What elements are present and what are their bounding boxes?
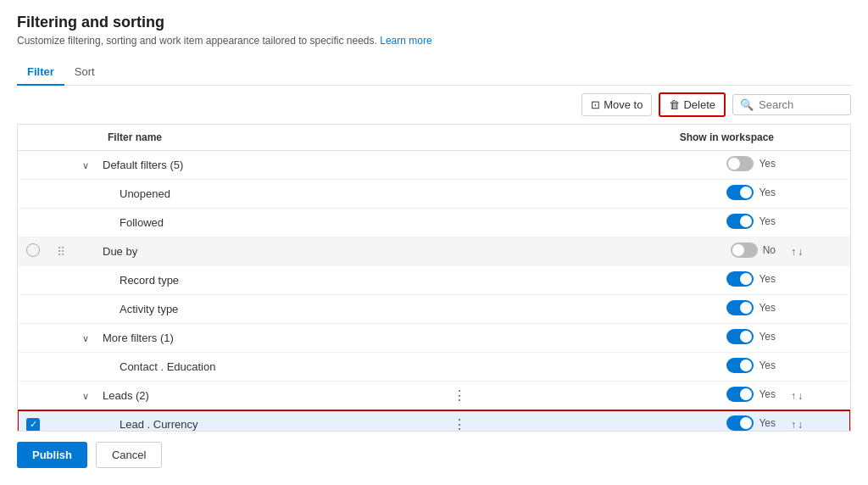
row-chevron-icon[interactable]: ∨: [82, 160, 89, 170]
row-dots-menu[interactable]: ⋮: [453, 417, 466, 432]
row-toggle[interactable]: No: [731, 242, 776, 258]
sort-down-icon[interactable]: ↓: [798, 390, 803, 402]
delete-button[interactable]: 🗑 Delete: [659, 92, 726, 117]
table-row: ∨Leads (2)⋮Yes↑↓: [18, 382, 850, 410]
row-toggle[interactable]: Yes: [726, 358, 776, 373]
toggle-switch[interactable]: [726, 329, 754, 344]
page-container: Filtering and sorting Customize filterin…: [0, 0, 868, 485]
row-toggle[interactable]: Yes: [726, 214, 776, 229]
toggle-label: Yes: [759, 360, 776, 371]
footer: Publish Cancel: [17, 432, 851, 471]
filter-table: Filter name Show in workspace ∨Default f…: [17, 124, 851, 432]
page-subtitle: Customize filtering, sorting and work it…: [17, 35, 851, 47]
row-toggle[interactable]: Yes: [726, 415, 776, 431]
delete-icon: 🗑: [669, 98, 680, 111]
toggle-switch[interactable]: [726, 415, 754, 431]
table-row: Record typeYes: [18, 266, 850, 295]
toggle-switch[interactable]: [726, 358, 754, 373]
toggle-switch[interactable]: [726, 214, 754, 229]
toggle-label: Yes: [759, 417, 776, 429]
cancel-button[interactable]: Cancel: [96, 442, 162, 468]
row-chevron-icon[interactable]: ∨: [82, 391, 89, 401]
row-filter-name: Activity type: [99, 295, 438, 324]
sort-up-icon[interactable]: ↑: [791, 419, 796, 431]
row-toggle[interactable]: Yes: [726, 387, 776, 402]
table-row: FollowedYes: [18, 209, 850, 237]
toggle-label: Yes: [759, 331, 776, 343]
row-filter-name: Lead . Currency: [99, 410, 438, 432]
row-filter-name: Followed: [99, 209, 438, 237]
row-checkbox[interactable]: [26, 243, 40, 257]
row-toggle[interactable]: Yes: [726, 329, 776, 344]
publish-button[interactable]: Publish: [17, 442, 87, 468]
toggle-switch[interactable]: [731, 242, 758, 258]
toolbar: ⊡ Move to 🗑 Delete 🔍: [17, 86, 851, 124]
tab-filter[interactable]: Filter: [17, 59, 64, 85]
tabs-container: Filter Sort: [17, 59, 851, 86]
toggle-switch[interactable]: [726, 387, 754, 402]
toggle-switch[interactable]: [726, 156, 754, 171]
table-row: Activity typeYes: [18, 295, 850, 324]
table-row: ⠿Due byNo↑↓: [18, 237, 850, 266]
page-title: Filtering and sorting: [17, 14, 851, 31]
table-row: UnopenedYes: [18, 180, 850, 209]
toggle-label: Yes: [759, 388, 776, 400]
move-to-icon: ⊡: [591, 98, 600, 111]
row-toggle[interactable]: Yes: [726, 300, 776, 315]
row-filter-name: More filters (1): [99, 324, 438, 353]
toggle-label: Yes: [759, 187, 776, 198]
row-filter-name: Record type: [99, 266, 438, 295]
search-input[interactable]: [759, 98, 843, 111]
toggle-label: Yes: [759, 302, 776, 314]
col-filter-name: Filter name: [99, 125, 438, 151]
row-toggle[interactable]: Yes: [726, 156, 776, 171]
row-toggle[interactable]: Yes: [726, 185, 776, 200]
row-filter-name: Contact . Education: [99, 353, 438, 382]
col-show: Show in workspace: [481, 125, 782, 151]
row-filter-name: Leads (2): [99, 382, 438, 410]
table-row: ∨Default filters (5)Yes: [18, 151, 850, 180]
sort-down-icon[interactable]: ↓: [798, 246, 803, 258]
row-filter-name: Default filters (5): [99, 151, 438, 180]
search-box[interactable]: 🔍: [732, 94, 851, 115]
row-filter-name: Due by: [99, 237, 438, 266]
sort-up-icon[interactable]: ↑: [791, 390, 796, 402]
toggle-label: Yes: [759, 273, 776, 285]
row-checkbox-checked[interactable]: ✓: [26, 418, 40, 432]
row-filter-name: Unopened: [99, 180, 438, 209]
table-row: ✓Lead . Currency⋮Yes↑↓: [18, 410, 850, 432]
row-dots-menu[interactable]: ⋮: [453, 388, 466, 403]
learn-more-link[interactable]: Learn more: [380, 35, 431, 47]
tab-sort[interactable]: Sort: [64, 59, 105, 85]
toggle-label: No: [763, 244, 776, 256]
drag-handle[interactable]: ⠿: [57, 245, 65, 259]
toggle-switch[interactable]: [726, 300, 754, 315]
toggle-switch[interactable]: [726, 185, 754, 200]
sort-up-icon[interactable]: ↑: [791, 246, 796, 258]
toggle-label: Yes: [759, 215, 776, 227]
search-icon: 🔍: [740, 98, 754, 111]
row-toggle[interactable]: Yes: [726, 271, 776, 287]
toggle-label: Yes: [759, 158, 776, 170]
table-row: Contact . EducationYes: [18, 353, 850, 382]
toggle-switch[interactable]: [726, 271, 754, 287]
move-to-button[interactable]: ⊡ Move to: [581, 93, 652, 116]
table-row: ∨More filters (1)Yes: [18, 324, 850, 353]
sort-down-icon[interactable]: ↓: [798, 419, 803, 431]
row-chevron-icon[interactable]: ∨: [82, 333, 89, 343]
